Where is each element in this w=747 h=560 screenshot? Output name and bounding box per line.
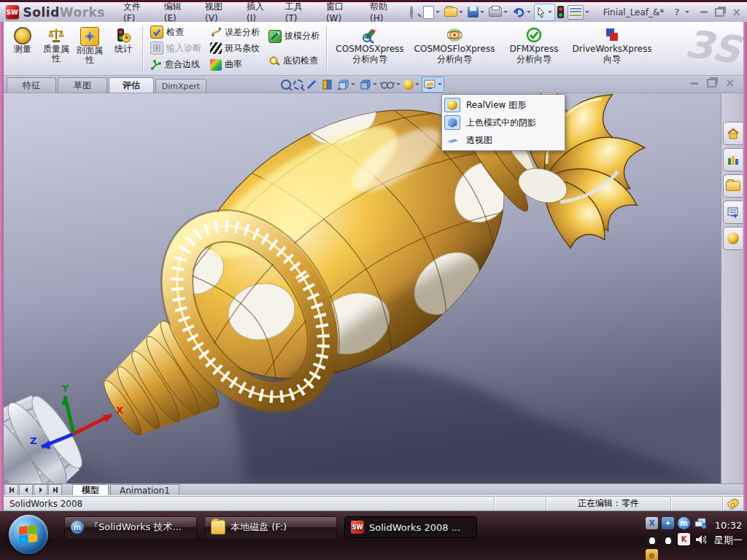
- taskbar-buttons: m 『SolidWorks 技术... 本地磁盘 (F:) SW SolidWo…: [64, 516, 477, 538]
- undercut-check-button[interactable]: 底切检查: [266, 52, 322, 69]
- app-brand: SolidWorks: [23, 5, 105, 20]
- zebra-stripes-button[interactable]: 斑马条纹: [207, 40, 263, 56]
- deviation-analysis-button[interactable]: 误差分析: [207, 24, 263, 40]
- undo-icon[interactable]: [511, 4, 533, 20]
- kaspersky-icon[interactable]: K: [678, 533, 690, 545]
- doc-minimize-button[interactable]: [691, 82, 698, 85]
- tag-button[interactable]: [722, 496, 743, 511]
- qq2-icon[interactable]: [662, 533, 674, 545]
- custom-properties-icon[interactable]: [723, 201, 743, 224]
- resources-home-icon[interactable]: [723, 122, 743, 145]
- deviation-analysis-icon: [210, 26, 222, 38]
- check-button[interactable]: 检查: [147, 24, 204, 40]
- select-cursor-icon[interactable]: [534, 4, 555, 21]
- cosmosxpress-button[interactable]: COSMOSXpress 分析向导: [330, 23, 410, 74]
- rebuild-icon[interactable]: [556, 4, 565, 20]
- draft-analysis-button[interactable]: 拔模分析: [266, 28, 322, 44]
- check-icon: [150, 26, 163, 39]
- search-icon[interactable]: [410, 7, 413, 18]
- doc-close-button[interactable]: ×: [725, 79, 735, 87]
- menu-edit[interactable]: 编辑(E): [158, 0, 197, 26]
- section-properties-button[interactable]: 剖面属性: [73, 23, 107, 74]
- graphics-viewport[interactable]: Y X Z RealView 图形 上色模式中的阴影 透视图: [4, 93, 721, 483]
- menu-item-perspective[interactable]: 透视图: [442, 131, 565, 149]
- start-button[interactable]: [9, 515, 48, 554]
- menu-item-shadows-in-shaded-mode[interactable]: 上色模式中的阴影: [442, 114, 565, 131]
- menu-help[interactable]: 帮助(H): [363, 0, 404, 26]
- view-settings-icon[interactable]: [422, 77, 444, 93]
- tray-clock[interactable]: 10:32 星期一: [714, 518, 743, 548]
- tab-evaluate[interactable]: 评估: [109, 77, 154, 93]
- dfmxpress-button[interactable]: DFMXpress 分析向导: [499, 23, 569, 74]
- document-window-controls: ×: [691, 79, 735, 88]
- statistics-icon: [115, 27, 132, 44]
- tab-animation1[interactable]: Animation1: [110, 484, 179, 496]
- qq-icon[interactable]: [646, 533, 658, 545]
- menu-tools[interactable]: 工具(T): [279, 0, 318, 26]
- perspective-wedge-icon: [444, 133, 460, 147]
- last-sheet-button[interactable]: [48, 484, 62, 496]
- taskbar-local-disk-button[interactable]: 本地磁盘 (F:): [204, 516, 337, 538]
- help-caret-icon[interactable]: [685, 11, 689, 15]
- heal-edges-button[interactable]: 愈合边线: [147, 57, 204, 73]
- print-icon[interactable]: [487, 4, 510, 20]
- toolbar-separator: [326, 26, 328, 71]
- doc-restore-button[interactable]: [707, 79, 716, 88]
- next-sheet-button[interactable]: [34, 484, 47, 496]
- prev-sheet-button[interactable]: [19, 484, 33, 496]
- messenger-icon[interactable]: ✦: [662, 517, 674, 529]
- menu-window[interactable]: 窗口(W): [320, 0, 362, 26]
- curvature-button[interactable]: 曲率: [207, 57, 263, 73]
- section-view-icon[interactable]: [320, 77, 335, 92]
- save-icon[interactable]: [466, 4, 487, 20]
- toolbar-separator: [142, 26, 144, 71]
- new-document-icon[interactable]: [422, 4, 442, 20]
- mass-properties-button[interactable]: 质量属性: [39, 23, 73, 74]
- view-orientation-icon[interactable]: [336, 77, 357, 92]
- cosmosfloxpress-button[interactable]: COSMOSFloXpress 分析向导: [410, 23, 499, 74]
- view-previous-icon[interactable]: [305, 77, 320, 92]
- options-icon[interactable]: [566, 4, 592, 20]
- tab-sketch[interactable]: 草图: [58, 77, 107, 93]
- statistics-button[interactable]: 统计: [107, 23, 140, 74]
- file-explorer-icon[interactable]: [723, 174, 743, 198]
- driveworksxpress-button[interactable]: DriveWorksXpress 向导: [569, 23, 655, 74]
- appearances-icon[interactable]: [403, 77, 421, 92]
- open-icon[interactable]: [443, 4, 465, 20]
- import-diagnostics-button[interactable]: 输入诊断: [147, 40, 204, 56]
- menu-insert[interactable]: 插入(I): [240, 0, 277, 26]
- zoom-area-icon[interactable]: [293, 77, 304, 92]
- display-style-icon[interactable]: [357, 77, 379, 92]
- hide-show-icon[interactable]: [379, 77, 402, 92]
- design-library-icon[interactable]: [723, 148, 743, 171]
- taskbar-solidworks-button[interactable]: SW SolidWorks 2008 ...: [344, 516, 477, 538]
- menu-view[interactable]: 视图(V): [198, 0, 239, 26]
- editing-mode-label: 正在编辑：零件: [546, 496, 670, 511]
- svg-text:Y: Y: [61, 383, 69, 394]
- close-button[interactable]: ×: [732, 9, 741, 16]
- xunlei-icon[interactable]: X: [646, 517, 658, 529]
- app-window-controls: ×: [700, 8, 741, 17]
- menu-file[interactable]: 文件(F): [117, 0, 156, 26]
- maxthon-icon[interactable]: m: [678, 517, 690, 529]
- brand-solid: Solid: [23, 5, 60, 20]
- first-sheet-button[interactable]: [4, 484, 18, 496]
- tab-features[interactable]: 特征: [7, 77, 56, 93]
- measure-button[interactable]: 测量: [6, 23, 39, 74]
- realview-appearances-icon[interactable]: [723, 227, 743, 250]
- import-diagnostics-icon: [150, 42, 163, 55]
- tab-dimxpert[interactable]: DimXpert: [155, 79, 206, 93]
- volume-icon[interactable]: [694, 533, 706, 545]
- taskbar-browser-button[interactable]: m 『SolidWorks 技术...: [64, 516, 197, 538]
- tab-model[interactable]: 模型: [72, 484, 109, 496]
- scanner-icon[interactable]: ⊖: [646, 549, 658, 560]
- dassault-watermark-icon: ЗS: [683, 21, 740, 74]
- network-icon[interactable]: [694, 517, 706, 529]
- restore-button[interactable]: [715, 8, 724, 17]
- cosmosfloxpress-icon: [446, 26, 463, 44]
- draft-tools-group: 拔模分析 底切检查: [264, 23, 324, 74]
- minimize-button[interactable]: [700, 11, 708, 13]
- help-button[interactable]: ?: [674, 7, 679, 18]
- menu-item-realview[interactable]: RealView 图形: [442, 96, 565, 114]
- zoom-fit-icon[interactable]: [280, 77, 292, 92]
